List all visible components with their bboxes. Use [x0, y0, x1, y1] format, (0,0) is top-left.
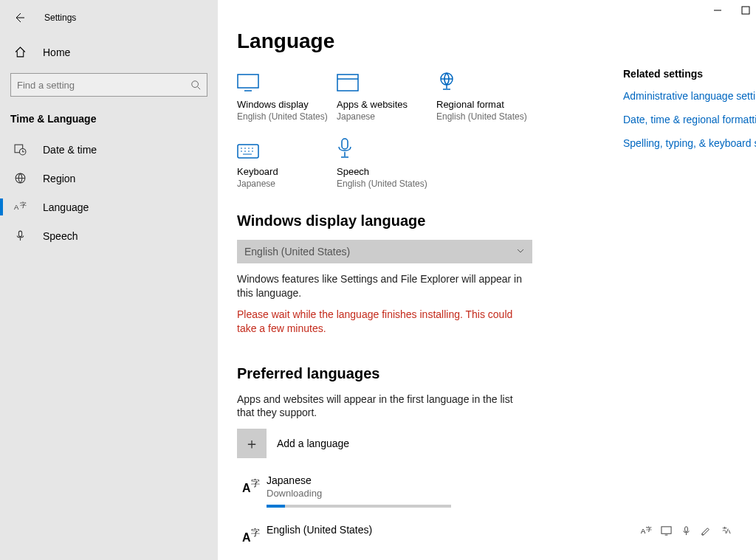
tile-keyboard[interactable]: Keyboard Japanese — [237, 138, 337, 189]
nav-language[interactable]: A字 Language — [0, 193, 218, 221]
display-language-description: Windows features like Settings and File … — [237, 272, 532, 300]
home-icon — [13, 46, 27, 58]
globe-icon — [13, 172, 27, 184]
language-glyph-icon: A字 — [237, 474, 267, 495]
svg-text:A: A — [14, 203, 19, 211]
main-content: Language Windows display English (United… — [218, 0, 756, 560]
related-heading: Related settings — [623, 68, 756, 80]
language-icon: A字 — [13, 201, 27, 213]
link-spelling-typing[interactable]: Spelling, typing, & keyboard settings — [623, 137, 756, 149]
link-date-time-regional[interactable]: Date, time & regional formatting — [623, 114, 756, 125]
add-language-label: Add a language — [277, 438, 349, 449]
svg-rect-20 — [685, 527, 688, 532]
tile-sub: English (United States) — [337, 179, 436, 189]
tile-regional-format[interactable]: Regional format English (United States) — [436, 71, 536, 122]
search-input[interactable] — [11, 75, 185, 95]
language-feature-badges: A字 — [641, 524, 732, 539]
display-icon — [661, 525, 672, 539]
calendar-clock-icon — [13, 143, 27, 156]
related-settings-aside: Related settings Administrative language… — [623, 68, 756, 161]
svg-rect-6 — [18, 231, 21, 236]
tile-apps-websites[interactable]: Apps & websites Japanese — [337, 71, 436, 122]
sidebar: Settings Home Time & Language Date & tim… — [0, 0, 218, 560]
language-name: Japanese — [267, 474, 451, 486]
window-icon — [337, 71, 436, 91]
preferred-languages-heading: Preferred languages — [237, 365, 756, 382]
svg-text:A: A — [242, 482, 251, 494]
link-admin-language[interactable]: Administrative language settings — [623, 90, 756, 102]
plus-icon: ＋ — [237, 429, 267, 458]
tile-sub: English (United States) — [237, 111, 337, 122]
language-item-english[interactable]: A字 English (United States) A字 — [237, 524, 754, 545]
svg-rect-19 — [662, 527, 671, 533]
svg-text:A: A — [242, 531, 251, 544]
keyboard-icon — [237, 138, 337, 159]
svg-text:字: 字 — [646, 526, 652, 533]
globe-stand-icon — [436, 71, 536, 91]
search-icon — [185, 80, 207, 90]
download-progress — [267, 505, 451, 508]
maximize-button[interactable] — [741, 4, 752, 15]
language-status: Downloading — [267, 488, 451, 499]
nav-label: Region — [43, 173, 75, 184]
dropdown-value: English (United States) — [244, 246, 350, 257]
speech-icon — [681, 525, 692, 539]
language-glyph-icon: A字 — [237, 524, 267, 545]
svg-text:字: 字 — [19, 201, 26, 209]
nav-region[interactable]: Region — [0, 164, 218, 193]
back-button[interactable] — [10, 9, 28, 27]
page-title: Language — [237, 30, 756, 53]
monitor-icon — [237, 71, 337, 91]
handwriting-icon — [701, 525, 712, 539]
svg-rect-9 — [337, 75, 358, 91]
microphone-icon — [13, 229, 27, 242]
tile-sub: Japanese — [237, 179, 337, 189]
svg-rect-7 — [742, 7, 749, 14]
category-title: Time & Language — [0, 107, 218, 135]
tile-sub: English (United States) — [436, 111, 536, 122]
nav-label: Date & time — [43, 144, 97, 156]
display-language-warning: Please wait while the language finishes … — [237, 308, 532, 336]
svg-text:字: 字 — [251, 478, 260, 488]
home-nav[interactable]: Home — [0, 38, 218, 66]
tile-heading: Keyboard — [237, 166, 337, 177]
nav-speech[interactable]: Speech — [0, 221, 218, 250]
text-to-speech-icon: A字 — [641, 525, 652, 539]
preferred-languages-description: Apps and websites will appear in the fir… — [237, 393, 532, 421]
nav-label: Speech — [43, 230, 78, 242]
home-label: Home — [43, 46, 70, 58]
tile-speech[interactable]: Speech English (United States) — [337, 138, 436, 189]
microphone-icon — [337, 138, 436, 159]
svg-point-0 — [192, 81, 199, 88]
display-language-dropdown[interactable]: English (United States) — [237, 240, 532, 263]
tile-heading: Apps & websites — [337, 99, 436, 110]
nav-label: Language — [43, 201, 89, 213]
svg-rect-12 — [342, 139, 348, 149]
check-icon — [721, 525, 732, 539]
app-title: Settings — [44, 13, 76, 23]
tile-sub: Japanese — [337, 111, 436, 122]
language-item-japanese[interactable]: A字 Japanese Downloading — [237, 474, 756, 508]
language-name: English (United States) — [267, 524, 372, 536]
nav-date-time[interactable]: Date & time — [0, 135, 218, 164]
svg-text:字: 字 — [251, 528, 260, 538]
minimize-button[interactable] — [713, 4, 724, 15]
chevron-down-icon — [516, 246, 525, 257]
add-language-button[interactable]: ＋ Add a language — [237, 429, 756, 458]
tile-heading: Speech — [337, 166, 436, 177]
tile-heading: Regional format — [436, 99, 536, 110]
svg-rect-8 — [238, 75, 258, 88]
tile-heading: Windows display — [237, 99, 337, 110]
display-language-heading: Windows display language — [237, 212, 756, 229]
search-box[interactable] — [10, 73, 207, 97]
tile-windows-display[interactable]: Windows display English (United States) — [237, 71, 337, 122]
